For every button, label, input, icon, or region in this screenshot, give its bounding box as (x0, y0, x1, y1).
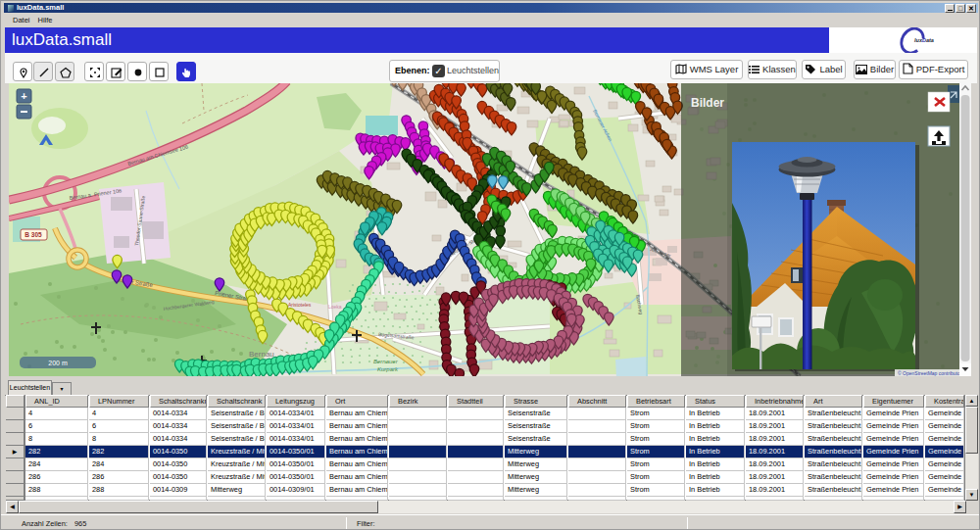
svg-text:luxData: luxData (914, 37, 934, 43)
svg-text:Bilder: Bilder (691, 96, 724, 110)
svg-text:© OpenStreetMap contributors: © OpenStreetMap contributors (898, 370, 964, 376)
svg-text:B 305: B 305 (24, 231, 42, 238)
svg-text:Loeka: Loeka (328, 304, 342, 310)
svg-text:Kurpark: Kurpark (377, 366, 399, 372)
svg-text:200 m: 200 m (48, 360, 68, 366)
svg-text:Aristoteles: Aristoteles (288, 302, 312, 308)
svg-text:Bernau: Bernau (249, 350, 274, 359)
svg-text:Bernauer: Bernauer (373, 359, 399, 364)
svg-text:+: + (21, 90, 26, 102)
